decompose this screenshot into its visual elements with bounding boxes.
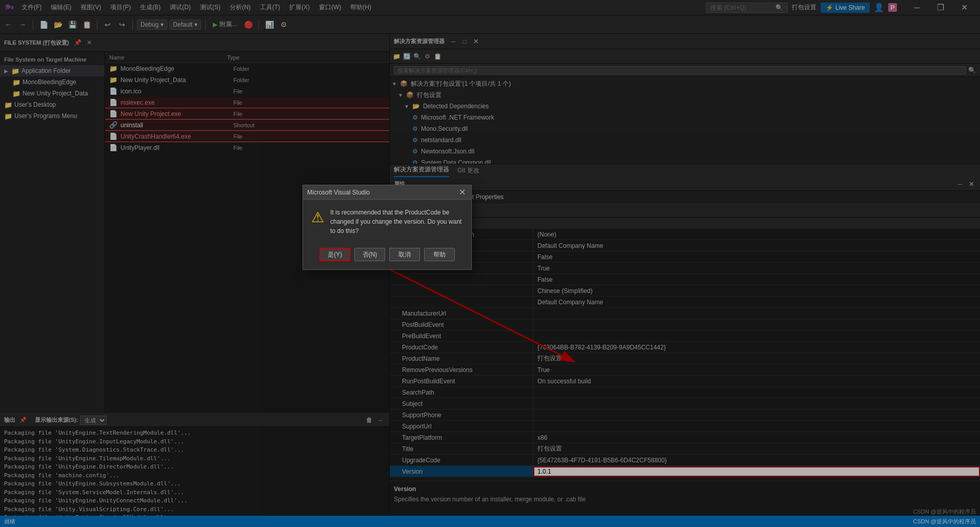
dialog-buttons: 是(Y) 否(N) 取消 帮助 [303, 244, 471, 269]
dialog-body: ⚠ It is recommended that the ProductCode… [303, 200, 471, 244]
dialog-help-button[interactable]: 帮助 [424, 248, 455, 261]
dialog-warning-icon: ⚠ [311, 209, 324, 226]
dialog-yes-button[interactable]: 是(Y) [319, 248, 350, 261]
dialog-cancel-button[interactable]: 取消 [389, 248, 420, 261]
dialog-no-button[interactable]: 否(N) [354, 248, 385, 261]
dialog-title-bar: Microsoft Visual Studio ✕ [303, 185, 471, 200]
modal-overlay: Microsoft Visual Studio ✕ ⚠ It is recomm… [0, 0, 980, 527]
dialog-close-button[interactable]: ✕ [457, 187, 467, 198]
dialog: Microsoft Visual Studio ✕ ⚠ It is recomm… [303, 185, 472, 270]
dialog-message: It is recommended that the ProductCode b… [330, 208, 463, 236]
dialog-title: Microsoft Visual Studio [307, 189, 457, 196]
